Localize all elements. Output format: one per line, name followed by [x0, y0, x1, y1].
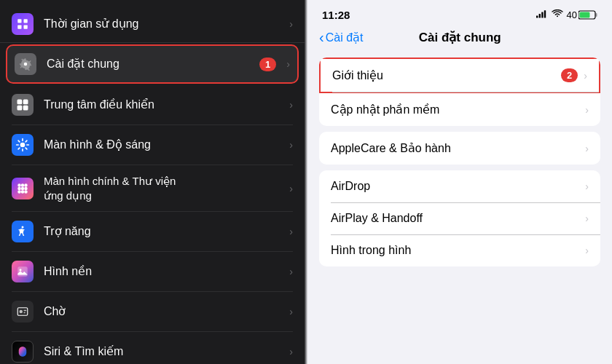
back-label: Cài đặt [326, 31, 364, 44]
control-label: Trung tâm điều khiển [44, 98, 283, 113]
applecare-chevron-icon: › [585, 143, 589, 154]
svg-rect-8 [23, 106, 28, 111]
siri-label: Siri & Tìm kiếm [44, 344, 283, 360]
back-button[interactable]: ‹ Cài đặt [319, 29, 363, 46]
settings-row-picture[interactable]: Hình trong hình › [319, 234, 600, 266]
general-badge: 1 [259, 58, 276, 71]
svg-rect-28 [17, 266, 28, 277]
accessibility-icon [12, 221, 34, 242]
back-chevron-icon: ‹ [319, 29, 324, 46]
wallpaper-icon [12, 261, 34, 282]
svg-rect-39 [596, 13, 597, 17]
svg-rect-3 [24, 25, 28, 29]
sidebar-item-siri[interactable]: Siri & Tìm kiếm › [12, 332, 293, 364]
nav-title: Cài đặt chung [419, 30, 501, 45]
svg-line-17 [26, 141, 27, 142]
chevron-icon: › [289, 346, 293, 357]
airdrop-chevron-icon: › [585, 181, 589, 192]
about-label: Giới thiệu [332, 68, 561, 82]
chevron-icon: › [289, 99, 293, 111]
settings-group-1: Giới thiệu 2 › Cập nhật phần mềm › [307, 58, 612, 126]
screen-time-label: Thời gian sử dụng [44, 17, 283, 32]
svg-rect-1 [17, 25, 21, 29]
screen-time-icon [12, 13, 34, 35]
accessibility-label: Trợ năng [44, 224, 283, 240]
status-bar: 11:28 40 [307, 0, 612, 26]
svg-point-20 [24, 183, 28, 187]
general-icon [15, 53, 36, 75]
settings-card-2: AppleCare & Bảo hành › [319, 132, 600, 165]
sidebar-item-display[interactable]: Màn hình & Độ sáng › [12, 125, 293, 165]
sidebar-item-screen-time[interactable]: Thời gian sử dụng › [0, 6, 305, 43]
svg-rect-6 [23, 100, 28, 105]
display-label: Màn hình & Độ sáng [44, 138, 283, 153]
software-chevron-icon: › [585, 104, 589, 116]
sidebar-item-wallpaper[interactable]: Hình nền › [12, 252, 293, 292]
svg-point-21 [17, 186, 21, 190]
settings-row-software-update[interactable]: Cập nhật phần mềm › [319, 93, 600, 126]
status-time: 11:28 [322, 9, 350, 21]
wifi-icon [552, 9, 563, 20]
picture-label: Hình trong hình [331, 244, 585, 257]
settings-row-airplay[interactable]: AirPlay & Handoff › [319, 202, 600, 234]
airdrop-label: AirDrop [331, 180, 585, 193]
sidebar-item-standby[interactable]: Chờ › [12, 292, 293, 332]
wallpaper-label: Hình nền [44, 264, 283, 280]
standby-icon [12, 301, 34, 323]
siri-icon [12, 341, 34, 363]
svg-point-31 [20, 310, 23, 314]
settings-card-1: Giới thiệu 2 › Cập nhật phần mềm › [319, 58, 600, 126]
chevron-icon: › [289, 18, 293, 30]
sidebar-item-accessibility[interactable]: Trợ năng › [12, 212, 293, 252]
settings-row-about[interactable]: Giới thiệu 2 › [319, 58, 600, 93]
svg-rect-2 [24, 19, 28, 23]
standby-label: Chờ [44, 304, 283, 320]
svg-point-24 [17, 190, 21, 194]
svg-rect-33 [24, 312, 26, 314]
svg-point-18 [17, 183, 21, 187]
svg-point-22 [21, 186, 25, 190]
svg-point-25 [21, 190, 25, 194]
svg-line-14 [18, 141, 20, 142]
settings-group-3: AirDrop › AirPlay & Handoff › Hình trong… [307, 170, 612, 266]
airplay-label: AirPlay & Handoff [331, 212, 585, 225]
svg-point-29 [20, 269, 22, 271]
chevron-icon: › [289, 183, 293, 194]
general-label: Cài đặt chung [47, 57, 259, 72]
control-icon [12, 94, 34, 116]
settings-row-airdrop[interactable]: AirDrop › [319, 170, 600, 202]
settings-list: Thời gian sử dụng › Cài đặt chung 1 › [0, 0, 305, 364]
svg-rect-32 [24, 310, 27, 312]
display-icon [12, 134, 34, 156]
svg-point-19 [21, 183, 25, 187]
about-chevron-icon: › [584, 70, 587, 82]
nav-bar: ‹ Cài đặt Cài đặt chung [307, 26, 612, 52]
settings-row-applecare[interactable]: AppleCare & Bảo hành › [319, 132, 600, 165]
svg-point-27 [22, 226, 24, 229]
picture-chevron-icon: › [585, 245, 589, 256]
left-panel: Thời gian sử dụng › Cài đặt chung 1 › [0, 0, 305, 364]
svg-point-9 [20, 143, 26, 148]
svg-line-16 [18, 148, 20, 149]
svg-rect-34 [536, 15, 538, 17]
svg-rect-7 [17, 106, 23, 111]
chevron-icon: › [289, 266, 293, 277]
battery-level: 40 [567, 9, 577, 20]
svg-line-15 [26, 148, 27, 149]
settings-group-2: AppleCare & Bảo hành › [307, 132, 612, 165]
chevron-icon: › [289, 226, 293, 237]
svg-rect-5 [17, 100, 23, 105]
svg-rect-40 [580, 12, 590, 17]
svg-rect-35 [538, 14, 540, 18]
chevron-icon: › [286, 58, 290, 70]
right-panel: 11:28 40 [307, 0, 612, 364]
settings-card-3: AirDrop › AirPlay & Handoff › Hình trong… [319, 170, 600, 266]
sidebar-item-general[interactable]: Cài đặt chung 1 › [6, 44, 299, 84]
svg-point-26 [24, 190, 28, 194]
about-badge: 2 [561, 68, 578, 82]
home-label: Màn hình chính & Thư việnứng dụng [44, 174, 283, 202]
signal-icon [536, 9, 548, 20]
chevron-icon: › [289, 139, 293, 151]
sidebar-item-control[interactable]: Trung tâm điều khiển › [12, 85, 293, 125]
sidebar-item-home[interactable]: Màn hình chính & Thư việnứng dụng › [12, 165, 293, 212]
